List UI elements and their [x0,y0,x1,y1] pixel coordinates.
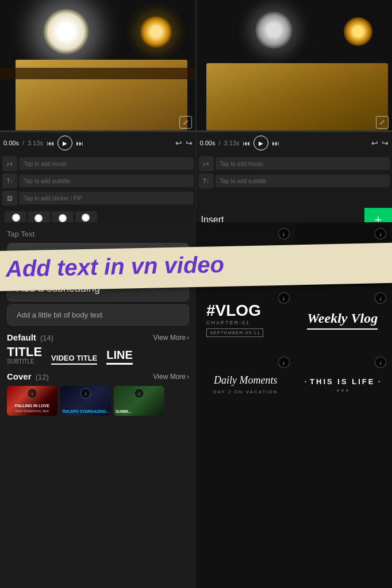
body-style-btn[interactable]: Add a little bit of body text [7,304,189,326]
tap-text-header: Tap Text [0,222,196,241]
right-tracks: ♪+ Tap to add music T↑ Tap to add subtit… [196,154,393,208]
right-video-panel: ⤢ [195,0,392,132]
dl-badge-weekly[interactable]: ↓ [375,292,386,304]
cover-view-more-btn[interactable]: View More › [153,373,189,381]
right-video-bg [197,0,392,132]
track-row-subtitle-left: T↑ Tap to add subtitle [2,173,194,188]
sticker-icon-left[interactable]: 🖼 [2,191,17,206]
dl-badge-daily[interactable]: ↓ [278,357,290,368]
left-timecode-total: 3.13s [28,140,43,146]
default-view-more-btn[interactable]: View More › [153,334,189,342]
left-video-bg [0,0,195,132]
vlog-date-box: SEPTEMBER-05-11 [206,328,263,337]
track-row-sticker-left: 🖼 Tap to add sticker / PiP [2,191,194,206]
dl-badge-vlog[interactable]: ↓ [278,292,290,304]
right-timecode-total: 3.13s [224,140,239,146]
font-sample-line[interactable]: LINE [106,349,133,365]
cover-thumb-falling-love[interactable]: ↓ FALLING IN LOVEPOP ROMANTIC MIX [7,386,57,416]
left-tracks: ♪+ Tap to add music T↑ Tap to add subtit… [0,154,196,208]
weekly-text: Weekly Vlog [307,311,378,330]
daily-sub-text: DAY 2 ON VACATION [213,389,278,394]
left-expand-icon[interactable]: ⤢ [179,116,192,129]
right-play-btn[interactable]: ▶ [253,136,268,150]
left-play-btn[interactable]: ▶ [57,136,72,150]
subtitle-icon-left[interactable]: T↑ [2,173,17,188]
video-panels-row: ⤢ ⤢ [0,0,392,132]
right-timecode: 0.00s [200,140,216,146]
cover-section-header: Cover (12) View More › [0,369,196,384]
tape-overlay: Add text in vn video [0,243,392,292]
subtitle-track-right[interactable]: Tap to add subtitle [216,175,390,187]
left-undo[interactable]: ↩ [175,138,182,148]
right-timecode-sep: / [218,140,220,146]
right-controls: 0.00s / 3.13s ⏮ ▶ ⏭ ↩ ↪ [196,132,393,154]
controls-row: 0.00s / 3.13s ⏮ ▶ ⏭ ↩ ↪ 0.00s / 3.13s ⏮ … [0,132,392,154]
dl-badge-holiday[interactable]: ↓ [278,228,290,239]
vlog-chapter-text: CHAPTER-01 [206,320,250,326]
track-row-music-left: ♪+ Tap to add music [2,156,194,171]
right-skip-back[interactable]: ⏮ [243,139,250,148]
cover-thumbnails-row: ↓ FALLING IN LOVEPOP ROMANTIC MIX ↓ TEKA… [0,384,196,420]
tracks-row: ♪+ Tap to add music T↑ Tap to add subtit… [0,154,392,208]
template-card-life[interactable]: ↓ THIS IS LIFE [295,353,390,415]
font-previews-row: TITLE SUBTITLE VIDEO TITLE LINE [0,343,196,369]
track-row-music-right: ♪+ Tap to add music [199,156,390,171]
music-icon-right[interactable]: ♪+ [199,156,214,171]
music-track-right[interactable]: Tap to add music [216,157,390,170]
right-redo[interactable]: ↪ [382,138,389,148]
subtitle-icon-right[interactable]: T↑ [199,173,214,188]
cover-section-title: Cover (12) [7,372,49,381]
template-card-daily[interactable]: ↓ Daily Moments DAY 2 ON VACATION [198,353,293,415]
left-controls: 0.00s / 3.13s ⏮ ▶ ⏭ ↩ ↪ [0,132,196,154]
left-timecode: 0.00s [3,140,19,146]
life-text: THIS IS LIFE [310,377,375,386]
right-progress-bar [197,130,392,132]
tape-title: Add text in vn video [6,249,385,281]
track-row-subtitle-right: T↑ Tap to add subtitle [199,173,390,188]
cover-thumb-tekapo[interactable]: ↓ TEKAPO STARGAZING... [60,386,111,416]
cover-thumb-summer[interactable]: ↓ SUMM... [114,386,164,416]
dl-badge-moments[interactable]: ↓ [375,228,386,239]
right-expand-icon[interactable]: ⤢ [376,116,389,129]
font-sample-video-title[interactable]: VIDEO TITLE [51,354,97,365]
sticker-track-left[interactable]: Tap to add sticker / PiP [19,192,194,204]
template-card-vlog[interactable]: ↓ #VLOG CHAPTER-01 SEPTEMBER-05-11 [198,289,293,351]
music-track-left[interactable]: Tap to add music [19,157,194,170]
default-section-title: Default (14) [7,332,53,342]
right-undo[interactable]: ↩ [371,138,378,148]
music-icon-left[interactable]: ♪+ [2,156,17,171]
left-timecode-sep: / [22,140,24,146]
dl-badge-life[interactable]: ↓ [375,357,386,368]
default-section-header: Default (14) View More › [0,328,196,343]
font-sample-title[interactable]: TITLE SUBTITLE [7,346,42,365]
left-video-panel: ⤢ [0,0,195,132]
left-progress-bar [0,130,195,132]
right-skip-fwd[interactable]: ⏭ [272,139,279,148]
template-card-weekly[interactable]: ↓ Weekly Vlog [295,289,390,351]
vlog-main-text: #VLOG [206,303,261,319]
left-skip-back[interactable]: ⏮ [47,139,54,148]
left-skip-fwd[interactable]: ⏭ [76,139,83,148]
daily-main-text: Daily Moments [214,374,277,386]
subtitle-track-left[interactable]: Tap to add subtitle [19,175,194,187]
left-redo[interactable]: ↪ [186,138,193,148]
